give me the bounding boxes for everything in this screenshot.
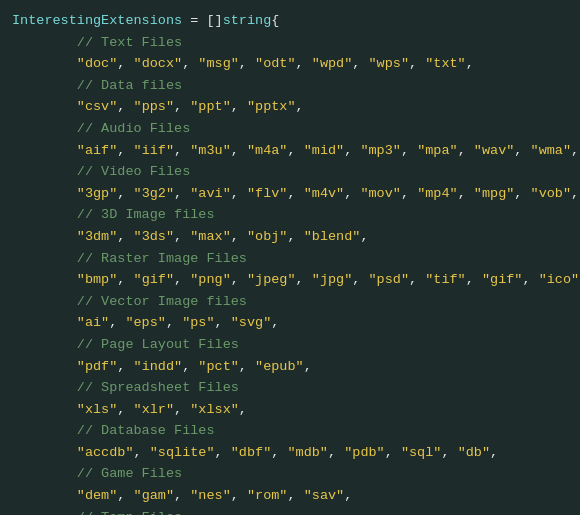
values-text-files: "doc", "docx", "msg", "odt", "wpd", "wps…	[12, 53, 568, 75]
values-video-files: "3gp", "3g2", "avi", "flv", "m4v", "mov"…	[12, 183, 568, 205]
values-data-files: "csv", "pps", "ppt", "pptx",	[12, 96, 568, 118]
comment-text-files: // Text Files	[12, 32, 568, 54]
values-raster-image-files: "bmp", "gif", "png", "jpeg", "jpg", "psd…	[12, 269, 568, 291]
values-3d-image-files: "3dm", "3ds", "max", "obj", "blend",	[12, 226, 568, 248]
values-database-files: "accdb", "sqlite", "dbf", "mdb", "pdb", …	[12, 442, 568, 464]
comment-audio-files: // Audio Files	[12, 118, 568, 140]
comment-raster-image-files: // Raster Image Files	[12, 248, 568, 270]
declaration-line: InterestingExtensions = []string{	[12, 10, 568, 32]
values-spreadsheet-files: "xls", "xlr", "xlsx",	[12, 399, 568, 421]
comment-video-files: // Video Files	[12, 161, 568, 183]
comment-data-files: // Data files	[12, 75, 568, 97]
comment-page-layout-files: // Page Layout Files	[12, 334, 568, 356]
values-page-layout-files: "pdf", "indd", "pct", "epub",	[12, 356, 568, 378]
code-editor: InterestingExtensions = []string{ // Tex…	[0, 0, 580, 515]
comment-spreadsheet-files: // Spreadsheet Files	[12, 377, 568, 399]
values-game-files: "dem", "gam", "nes", "rom", "sav",	[12, 485, 568, 507]
comment-temp-files: // Temp Files	[12, 507, 568, 515]
comment-database-files: // Database Files	[12, 420, 568, 442]
values-vector-image-files: "ai", "eps", "ps", "svg",	[12, 312, 568, 334]
values-audio-files: "aif", "iif", "m3u", "m4a", "mid", "mp3"…	[12, 140, 568, 162]
comment-3d-image-files: // 3D Image files	[12, 204, 568, 226]
comment-vector-image-files: // Vector Image files	[12, 291, 568, 313]
comment-game-files: // Game Files	[12, 463, 568, 485]
